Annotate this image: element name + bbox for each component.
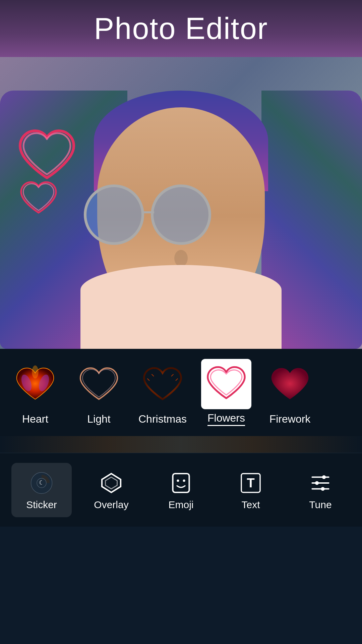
sticker-item-light[interactable]: Light (70, 360, 127, 425)
sticker-icon[interactable]: ☾ (28, 470, 55, 496)
sticker-item-firework[interactable]: Firework (261, 360, 318, 425)
tool-text[interactable]: T Text (221, 470, 281, 511)
tool-tune[interactable]: Tune (290, 470, 351, 511)
tune-icon[interactable] (307, 470, 334, 496)
person-shirt (80, 265, 282, 349)
svg-marker-11 (106, 477, 117, 489)
svg-text:T: T (247, 475, 255, 490)
sticker-item-heart[interactable]: Heart (7, 360, 64, 425)
tool-label-overlay: Overlay (94, 499, 128, 511)
svg-marker-10 (102, 474, 121, 492)
svg-point-22 (321, 487, 324, 490)
sticker-item-christmas[interactable]: Christmas (134, 360, 191, 425)
sticker-label-heart: Heart (22, 413, 48, 425)
sticker-icon-light[interactable] (74, 360, 124, 410)
tool-label-sticker: Sticker (26, 499, 57, 511)
tool-overlay[interactable]: Overlay (81, 470, 141, 511)
sticker-icon-christmas[interactable] (137, 360, 188, 410)
overlay-icon[interactable] (98, 470, 125, 496)
glasses-right (151, 184, 211, 245)
photo-canvas[interactable] (0, 57, 362, 349)
panel-separator (0, 436, 362, 453)
tool-sticker[interactable]: ☾ Sticker (11, 463, 72, 517)
svg-line-6 (176, 378, 178, 381)
app-header: Photo Editor (0, 0, 362, 57)
sticker-label-flowers: Flowers (207, 412, 245, 426)
sticker-panel: Heart Light (0, 349, 362, 436)
emoji-icon[interactable] (168, 470, 194, 496)
sticker-label-firework: Firework (269, 413, 311, 425)
svg-text:☾: ☾ (39, 479, 44, 486)
sticker-item-flowers[interactable]: Flowers (198, 359, 255, 426)
tool-label-text: Text (241, 499, 260, 511)
glasses-bridge (142, 211, 154, 213)
sticker-label-light: Light (87, 413, 110, 425)
sticker-icon-flowers[interactable] (201, 359, 251, 409)
svg-rect-12 (173, 474, 189, 492)
svg-point-13 (177, 479, 179, 482)
app-title: Photo Editor (94, 11, 268, 46)
tool-label-tune: Tune (309, 499, 331, 511)
heart-sticker-small[interactable] (17, 178, 60, 221)
sticker-label-christmas: Christmas (138, 413, 187, 425)
svg-point-2 (32, 365, 39, 378)
svg-point-20 (315, 481, 319, 485)
tool-label-emoji: Emoji (168, 499, 193, 511)
sticker-icon-heart[interactable] (10, 360, 60, 410)
svg-line-3 (147, 378, 150, 381)
bottom-toolbar: ☾ Sticker Overlay Emoji (0, 453, 362, 527)
svg-point-14 (183, 479, 185, 482)
glasses-left (84, 184, 144, 245)
text-icon[interactable]: T (237, 470, 264, 496)
svg-point-18 (322, 475, 326, 479)
sticker-icon-firework[interactable] (265, 360, 315, 410)
tool-emoji[interactable]: Emoji (151, 470, 211, 511)
svg-line-5 (171, 374, 174, 376)
svg-line-4 (152, 374, 154, 376)
